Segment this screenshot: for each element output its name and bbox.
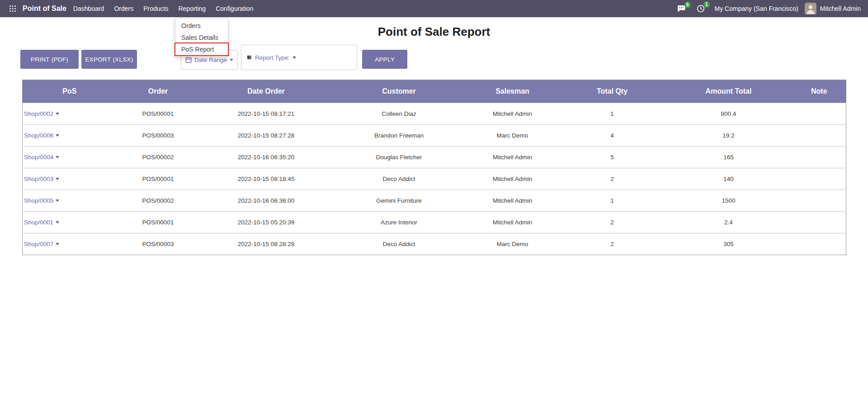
amount-cell: 2.4 — [665, 212, 793, 233]
qty-cell: 1 — [560, 103, 665, 125]
customer-cell: Colleen Diaz — [333, 103, 466, 125]
calendar-icon — [185, 57, 192, 63]
pos-session-label: Shop/0004 — [24, 154, 53, 161]
amount-cell: 305 — [665, 233, 793, 255]
salesman-cell: Mitchell Admin — [466, 190, 560, 212]
pos-session-label: Shop/0005 — [24, 197, 53, 204]
main-menu: Dashboard Orders Products Reporting Conf… — [68, 0, 259, 17]
amount-cell: 165 — [665, 147, 793, 168]
navbar-left: Point of Sale Dashboard Orders Products … — [5, 0, 258, 17]
table-row: Shop/0007POS/000032022-10-15 08:28:29Dec… — [23, 233, 846, 255]
user-menu[interactable]: Mitchell Admin — [820, 5, 861, 12]
table-row: Shop/0005POS/000022022-10-16 06:36:00Gem… — [23, 190, 846, 212]
chevron-down-icon — [56, 156, 59, 158]
note-cell — [793, 147, 846, 168]
chevron-down-icon — [56, 134, 59, 137]
company-switcher[interactable]: My Company (San Francisco) — [715, 5, 798, 12]
table-row: Shop/0004POS/000022022-10-16 06:35:20Dou… — [23, 147, 846, 168]
note-cell — [793, 190, 846, 212]
nav-item-configuration[interactable]: Configuration — [211, 0, 258, 17]
apps-grid-icon[interactable] — [5, 5, 20, 12]
date-cell: 2022-10-15 05:20:39 — [200, 212, 333, 233]
pos-session-label: Shop/0006 — [24, 132, 53, 139]
column-header-pos: PoS — [23, 80, 117, 103]
pos-cell: Shop/0007 — [23, 233, 117, 255]
note-cell — [793, 212, 846, 233]
column-header-note: Note — [793, 80, 846, 103]
pos-session-label: Shop/0001 — [24, 219, 53, 226]
date-cell: 2022-10-15 08:17:21 — [200, 103, 333, 125]
pos-session-link[interactable]: Shop/0006 — [24, 132, 59, 139]
column-header-total-qty: Total Qty — [560, 80, 665, 103]
chevron-down-icon — [56, 178, 59, 180]
activities-icon[interactable]: 1 — [691, 5, 710, 13]
date-range-label: Date Range — [194, 57, 227, 63]
date-cell: 2022-10-16 06:35:20 — [200, 147, 333, 168]
pos-cell: Shop/0006 — [23, 125, 117, 147]
pos-session-link[interactable]: Shop/0001 — [24, 219, 59, 226]
pos-report-table: PoS Order Date Order Customer Salesman T… — [22, 80, 846, 255]
order-cell: POS/00002 — [117, 190, 200, 212]
customer-cell: Brandon Freeman — [333, 125, 466, 147]
qty-cell: 4 — [560, 125, 665, 147]
export-xlsx-button[interactable]: EXPORT (XLSX) — [81, 50, 137, 69]
pos-cell: Shop/0004 — [23, 147, 117, 168]
chevron-down-icon — [56, 113, 59, 115]
pos-session-link[interactable]: Shop/0002 — [24, 110, 59, 117]
nav-item-reporting[interactable]: Reporting — [173, 0, 211, 17]
column-header-salesman: Salesman — [466, 80, 560, 103]
nav-item-orders[interactable]: Orders — [109, 0, 138, 17]
customer-cell: Azure Interior — [333, 212, 466, 233]
pos-session-link[interactable]: Shop/0005 — [24, 197, 59, 204]
note-cell — [793, 103, 846, 125]
menu-item-orders[interactable]: Orders — [175, 20, 228, 32]
menu-item-sales-details[interactable]: Sales Details — [175, 32, 228, 43]
date-cell: 2022-10-15 08:28:29 — [200, 233, 333, 255]
report-type-label: Report Type: — [255, 54, 290, 61]
qty-cell: 2 — [560, 233, 665, 255]
user-avatar[interactable] — [805, 3, 816, 14]
salesman-cell: Marc Demo — [466, 125, 560, 147]
qty-cell: 1 — [560, 190, 665, 212]
menu-item-pos-report[interactable]: PoS Report — [175, 43, 228, 55]
qty-cell: 5 — [560, 147, 665, 168]
messages-icon[interactable]: 5 — [672, 5, 691, 12]
pos-cell: Shop/0001 — [23, 212, 117, 233]
pos-session-label: Shop/0007 — [24, 241, 53, 247]
note-cell — [793, 233, 846, 255]
report-type-select[interactable]: Report Type: — [241, 45, 357, 70]
pos-cell: Shop/0003 — [23, 168, 117, 190]
salesman-cell: Mitchell Admin — [466, 147, 560, 168]
pos-session-link[interactable]: Shop/0007 — [24, 241, 59, 247]
page-root: Point of Sale Dashboard Orders Products … — [0, 0, 868, 399]
salesman-cell: Mitchell Admin — [466, 212, 560, 233]
pos-session-label: Shop/0002 — [24, 110, 53, 117]
order-cell: POS/00002 — [117, 147, 200, 168]
customer-cell: Douglas Fletcher — [333, 147, 466, 168]
column-header-customer: Customer — [333, 80, 466, 103]
book-icon — [246, 55, 252, 61]
qty-cell: 2 — [560, 168, 665, 190]
chevron-down-icon — [56, 243, 59, 245]
order-cell: POS/00001 — [117, 103, 200, 125]
note-cell — [793, 168, 846, 190]
customer-cell: Gemini Furniture — [333, 190, 466, 212]
pos-session-label: Shop/0003 — [24, 176, 53, 182]
pos-session-link[interactable]: Shop/0004 — [24, 154, 59, 161]
app-brand[interactable]: Point of Sale — [23, 5, 66, 13]
controls-row: PRINT (PDF) EXPORT (XLSX) Date Range Rep… — [0, 45, 868, 70]
salesman-cell: Mitchell Admin — [466, 103, 560, 125]
activities-badge: 1 — [703, 1, 710, 8]
amount-cell: 1500 — [665, 190, 793, 212]
amount-cell: 19.2 — [665, 125, 793, 147]
apply-button[interactable]: APPLY — [362, 50, 407, 69]
pos-session-link[interactable]: Shop/0003 — [24, 176, 59, 182]
table-header-row: PoS Order Date Order Customer Salesman T… — [23, 80, 846, 103]
top-navbar: Point of Sale Dashboard Orders Products … — [0, 0, 868, 17]
nav-item-products[interactable]: Products — [138, 0, 173, 17]
customer-cell: Deco Addict — [333, 233, 466, 255]
date-cell: 2022-10-15 08:18:45 — [200, 168, 333, 190]
print-pdf-button[interactable]: PRINT (PDF) — [20, 50, 79, 69]
nav-item-dashboard[interactable]: Dashboard — [68, 0, 109, 17]
navbar-systray: 5 1 My Company (San Francisco) Mitchell … — [672, 3, 861, 14]
